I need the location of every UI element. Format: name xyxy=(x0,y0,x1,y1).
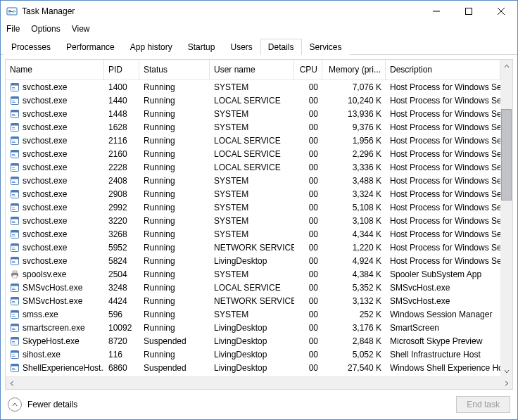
table-row[interactable]: sihost.exe116RunningLivingDesktop005,052… xyxy=(6,348,500,361)
cell-description: Host Process for Windows Serv xyxy=(386,256,500,266)
table-row[interactable]: svchost.exe2908RunningSYSTEM003,324 KHos… xyxy=(6,187,500,201)
menu-options[interactable]: Options xyxy=(31,24,60,34)
svg-rect-85 xyxy=(12,341,15,342)
cell-name: smss.exe xyxy=(6,310,104,319)
minimize-button[interactable] xyxy=(420,1,453,22)
table-row[interactable]: svchost.exe3220RunningSYSTEM003,108 KHos… xyxy=(6,214,500,227)
menu-file[interactable]: File xyxy=(6,24,20,34)
svg-rect-58 xyxy=(12,248,15,248)
table-row[interactable]: SMSvcHost.exe4424RunningNETWORK SERVICE0… xyxy=(6,294,500,307)
col-cpu[interactable]: CPU xyxy=(294,60,322,79)
col-description[interactable]: Description xyxy=(386,60,500,79)
vertical-scrollbar[interactable] xyxy=(500,60,512,377)
task-manager-icon xyxy=(6,6,18,17)
fewer-details-button[interactable]: Fewer details xyxy=(8,397,77,412)
table-row[interactable]: smartscreen.exe10092RunningLivingDesktop… xyxy=(6,321,500,334)
table-row[interactable]: svchost.exe1440RunningLOCAL SERVICE0010,… xyxy=(6,94,500,107)
tab-details[interactable]: Details xyxy=(260,39,302,55)
table-row[interactable]: svchost.exe2160RunningLOCAL SERVICE002,2… xyxy=(6,147,500,160)
footer: Fewer details End task xyxy=(1,390,517,419)
cell-memory: 1,956 K xyxy=(322,136,386,146)
tab-app-history[interactable]: App history xyxy=(122,39,180,55)
table-row[interactable]: spoolsv.exe2504RunningSYSTEM004,384 KSpo… xyxy=(6,267,500,281)
cell-status: Running xyxy=(139,136,210,146)
chevron-up-icon xyxy=(8,397,22,412)
menu-view[interactable]: View xyxy=(72,24,90,34)
cell-name: svchost.exe xyxy=(6,122,104,132)
scroll-left-button[interactable] xyxy=(6,377,18,389)
cell-pid: 2504 xyxy=(104,269,139,279)
scroll-right-button[interactable] xyxy=(500,377,512,389)
svg-rect-31 xyxy=(12,155,15,156)
process-icon xyxy=(10,269,20,279)
table-row[interactable]: svchost.exe2408RunningSYSTEM003,488 KHos… xyxy=(6,174,500,187)
col-pid[interactable]: PID xyxy=(104,60,139,79)
cell-name: svchost.exe xyxy=(6,163,104,172)
scrollbar-thumb[interactable] xyxy=(501,109,512,201)
cell-name: svchost.exe xyxy=(6,82,104,92)
cell-memory: 252 K xyxy=(322,310,386,319)
table-row[interactable]: smss.exe596RunningSYSTEM00252 KWindows S… xyxy=(6,307,500,321)
window-controls xyxy=(420,1,517,22)
cell-user: LivingDesktop xyxy=(210,336,294,346)
table-row[interactable]: svchost.exe2116RunningLOCAL SERVICE001,9… xyxy=(6,134,500,147)
table-row[interactable]: svchost.exe2992RunningSYSTEM005,108 KHos… xyxy=(6,201,500,214)
table-row[interactable]: SkypeHost.exe8720SuspendedLivingDesktop0… xyxy=(6,334,500,348)
tab-startup[interactable]: Startup xyxy=(180,39,223,55)
svg-rect-22 xyxy=(12,127,15,128)
table-row[interactable]: svchost.exe2228RunningLOCAL SERVICE003,3… xyxy=(6,160,500,174)
scroll-down-button[interactable] xyxy=(500,365,512,377)
table-row[interactable]: SMSvcHost.exe3248RunningLOCAL SERVICE005… xyxy=(6,281,500,294)
svg-rect-21 xyxy=(11,123,19,125)
col-user[interactable]: User name xyxy=(210,60,294,79)
table-row[interactable]: ShellExperienceHost....6860SuspendedLivi… xyxy=(6,361,500,374)
tab-services[interactable]: Services xyxy=(302,39,350,55)
table-row[interactable]: svchost.exe1628RunningSYSTEM009,376 KHos… xyxy=(6,120,500,134)
cell-name: SMSvcHost.exe xyxy=(6,283,104,293)
cell-cpu: 00 xyxy=(294,296,322,306)
table-body[interactable]: svchost.exe1400RunningSYSTEM007,076 KHos… xyxy=(6,80,512,376)
table-row[interactable]: svchost.exe3268RunningSYSTEM004,344 KHos… xyxy=(6,227,500,241)
process-icon xyxy=(10,310,20,319)
cell-pid: 3220 xyxy=(104,216,139,226)
tab-processes[interactable]: Processes xyxy=(4,39,58,55)
process-icon xyxy=(10,216,20,226)
svg-rect-14 xyxy=(12,101,15,101)
table-row[interactable]: svchost.exe1400RunningSYSTEM007,076 KHos… xyxy=(6,80,500,94)
cell-description: Host Process for Windows Serv xyxy=(386,216,500,226)
fewer-details-label: Fewer details xyxy=(27,400,77,409)
cell-status: Running xyxy=(139,203,210,212)
cell-description: SMSvcHost.exe xyxy=(386,283,500,293)
process-icon xyxy=(10,336,20,346)
cell-description: Host Process for Windows Serv xyxy=(386,96,500,106)
titlebar-left: Task Manager xyxy=(6,6,75,17)
cell-pid: 2228 xyxy=(104,163,139,172)
cell-pid: 5824 xyxy=(104,256,139,266)
cell-pid: 1440 xyxy=(104,96,139,106)
process-icon xyxy=(10,229,20,239)
cell-pid: 2908 xyxy=(104,189,139,199)
tab-performance[interactable]: Performance xyxy=(58,39,122,55)
col-memory[interactable]: Memory (pri... xyxy=(322,60,386,79)
svg-rect-25 xyxy=(11,136,19,139)
scroll-up-button[interactable] xyxy=(500,60,512,72)
horizontal-scrollbar[interactable] xyxy=(6,376,512,389)
svg-rect-10 xyxy=(12,87,15,88)
titlebar[interactable]: Task Manager xyxy=(1,1,517,22)
col-name[interactable]: Name xyxy=(6,60,104,79)
cell-cpu: 00 xyxy=(294,269,322,279)
end-task-button[interactable]: End task xyxy=(456,396,510,413)
close-button[interactable] xyxy=(485,1,517,22)
col-status[interactable]: Status xyxy=(139,60,210,79)
svg-rect-55 xyxy=(12,236,15,236)
tab-users[interactable]: Users xyxy=(222,39,260,55)
cell-pid: 6860 xyxy=(104,363,139,373)
cell-status: Running xyxy=(139,229,210,239)
svg-rect-78 xyxy=(12,316,15,317)
table-row[interactable]: svchost.exe5952RunningNETWORK SERVICE001… xyxy=(6,241,500,254)
task-manager-window: Task Manager File Options View Processes… xyxy=(0,0,518,420)
process-table: Name PID Status User name CPU Memory (pr… xyxy=(5,59,513,390)
table-row[interactable]: svchost.exe5824RunningLivingDesktop004,9… xyxy=(6,254,500,267)
maximize-button[interactable] xyxy=(453,1,485,22)
table-row[interactable]: svchost.exe1448RunningSYSTEM0013,936 KHo… xyxy=(6,107,500,120)
